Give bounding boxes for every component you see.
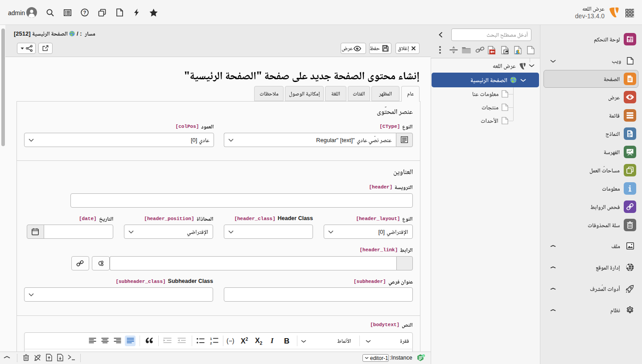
svg-text:2: 2	[210, 341, 212, 345]
svg-text:0: 0	[423, 355, 424, 357]
svg-text:1: 1	[210, 337, 212, 341]
svg-text:?: ?	[83, 10, 86, 15]
